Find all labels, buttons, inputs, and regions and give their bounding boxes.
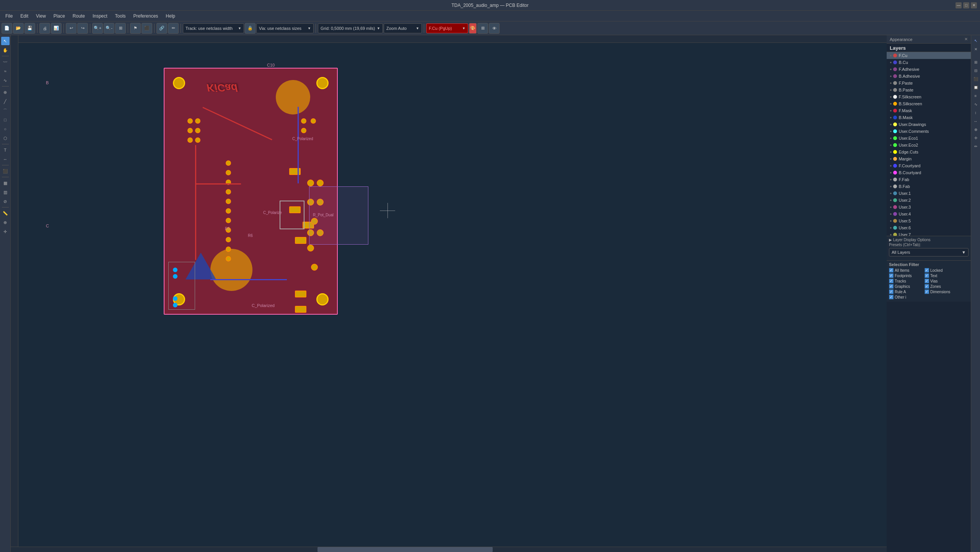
layer-item-usercomments[interactable]: ● User.Comments [887,128,971,135]
layer-item-user7[interactable]: ● User.7 [887,231,971,236]
all-layers-dropdown[interactable]: All Layers ▼ [889,248,969,256]
ri-panel7[interactable]: ↕ [972,109,980,116]
filter-checkbox-tracks[interactable] [889,279,894,283]
layer-item-bfab[interactable]: ● B.Fab [887,183,971,190]
add-dimension-tool[interactable]: ↔ [1,155,10,163]
ri-close[interactable]: ✕ [972,45,980,53]
filter-tracks[interactable]: Tracks [889,279,921,283]
draw-polygon-tool[interactable]: ⬡ [1,134,10,142]
layer-item-user3[interactable]: ● User.3 [887,204,971,211]
via-size-dropdown[interactable]: Via: use netclass sizes ▼ [256,23,314,33]
filter-other[interactable]: Other i [889,295,921,299]
menu-route[interactable]: Route [69,13,89,20]
measure-tool[interactable]: 📏 [1,209,10,217]
layer-item-user4[interactable]: ● User.4 [887,211,971,217]
minimize-button[interactable]: — [956,2,962,8]
netlist-button[interactable]: 🔗 [156,23,167,34]
draw-ruled-zone-tool[interactable]: ▥ [1,188,10,196]
filter-checkbox-locked[interactable] [925,268,929,273]
layer-item-margin[interactable]: ● Margin [887,155,971,162]
layer-item-bsilk[interactable]: ● B.Silkscreen [887,100,971,107]
layer-item-bcourtyard[interactable]: ● B.Courtyard [887,169,971,176]
set-origin-tool[interactable]: ✛ [1,227,10,236]
new-button[interactable]: 📄 [2,23,12,34]
layer-item-ffab[interactable]: ● F.Fab [887,176,971,183]
highlight-tool[interactable]: ✋ [1,46,10,54]
route-track-tool[interactable]: 〰 [1,58,10,66]
layer-item-usereco1[interactable]: ● User.Eco1 [887,135,971,142]
h-scrollbar-track[interactable] [11,547,887,552]
filter-checkbox-text[interactable] [925,273,929,278]
layer-item-fadhesive[interactable]: ● F.Adhesive [887,66,971,73]
route-diff-pair-tool[interactable]: ≈ [1,67,10,75]
layer-item-usereco2[interactable]: ● User.Eco2 [887,142,971,149]
grid-dropdown[interactable]: Grid: 0,5000 mm (19,69 mils) ▼ [318,23,383,33]
layer-item-bmask[interactable]: ● B.Mask [887,114,971,121]
layer-item-fpaste[interactable]: ● F.Paste [887,80,971,87]
menu-place[interactable]: Place [50,13,69,20]
add-via-tool[interactable]: ⊕ [1,88,10,96]
filter-checkbox-other[interactable] [889,295,894,299]
fill-zones-button[interactable]: ⬛ [142,23,152,34]
draw-line-tool[interactable]: ╱ [1,97,10,106]
undo-button[interactable]: ↩ [66,23,77,34]
ri-panel10[interactable]: ✛ [972,134,980,142]
ri-panel3[interactable]: ⬛ [972,75,980,83]
menu-edit[interactable]: Edit [16,13,32,20]
origin-tool[interactable]: ⊕ [1,218,10,227]
draw-circle-tool[interactable]: ○ [1,125,10,133]
ri-panel1[interactable]: ⊞ [972,58,980,66]
maximize-button[interactable]: □ [963,2,969,8]
filter-checkbox-footprints[interactable] [889,273,894,278]
layer-item-user6[interactable]: ● User.6 [887,224,971,231]
menu-view[interactable]: View [32,13,50,20]
canvas-area[interactable]: C10 B C KiCad [11,35,887,552]
layer-dropdown[interactable]: F.Cu (PgUp) ▼ [426,23,468,33]
layer-item-edgecuts[interactable]: ● Edge.Cuts [887,149,971,155]
filter-all-items[interactable]: All Items [889,268,921,273]
tune-length-tool[interactable]: ∿ [1,76,10,85]
layer-item-bcu[interactable]: ● B.Cu [887,59,971,66]
plot-button[interactable]: 📊 [51,23,62,34]
filter-checkbox-dimensions[interactable] [925,289,929,294]
ri-panel6[interactable]: ∿ [972,100,980,108]
save-button[interactable]: 💾 [24,23,35,34]
filter-checkbox-rulea[interactable] [889,289,894,294]
add-footprint-tool[interactable]: ⬛ [1,167,10,175]
close-button[interactable]: ✕ [971,2,977,8]
filter-locked[interactable]: Locked [925,268,957,273]
menu-inspect[interactable]: Inspect [89,13,111,20]
filter-text[interactable]: Text [925,273,957,278]
track-lock-button[interactable]: 🔒 [245,23,256,34]
ri-panel8[interactable]: ↔ [972,117,980,125]
layer-item-fsilk[interactable]: ● F.Silkscreen [887,93,971,100]
redo-button[interactable]: ↪ [77,23,88,34]
layer-item-user1[interactable]: ● User.1 [887,190,971,197]
add-text-tool[interactable]: T [1,146,10,154]
filter-checkbox-vias[interactable] [925,279,929,283]
menu-help[interactable]: Help [162,13,179,20]
layer-item-fcourtyard[interactable]: ● F.Courtyard [887,162,971,169]
ri-pencil[interactable]: ✏ [972,142,980,150]
layer-grid-button[interactable]: ⊞ [477,23,488,34]
layer-item-fcu[interactable]: ● F.Cu [887,52,971,59]
filter-graphics[interactable]: Graphics [889,284,921,289]
layer-item-fmask[interactable]: ● F.Mask [887,107,971,114]
filter-vias[interactable]: Vias [925,279,957,283]
layer-item-user2[interactable]: ● User.2 [887,197,971,204]
print-button[interactable]: 🖨 [39,23,50,34]
appearance-close[interactable]: ✕ [964,37,968,42]
menu-file[interactable]: File [2,13,16,20]
layer-vis-button[interactable]: 👁 [489,23,500,34]
menu-tools[interactable]: Tools [111,13,130,20]
layer-item-user5[interactable]: ● User.5 [887,217,971,224]
draw-rect-tool[interactable]: □ [1,116,10,124]
zoom-out-button[interactable]: 🔍- [104,23,114,34]
track-width-dropdown[interactable]: Track: use netclass width ▼ [183,23,244,33]
layer-item-bpaste[interactable]: ● B.Paste [887,87,971,93]
layer-item-badhesive[interactable]: ● B.Adhesive [887,73,971,80]
select-tool[interactable]: ↖ [1,37,10,45]
zoom-dropdown[interactable]: Zoom Auto ▼ [384,23,422,33]
filter-rulea[interactable]: Rule A [889,289,921,294]
open-button[interactable]: 📂 [13,23,24,34]
